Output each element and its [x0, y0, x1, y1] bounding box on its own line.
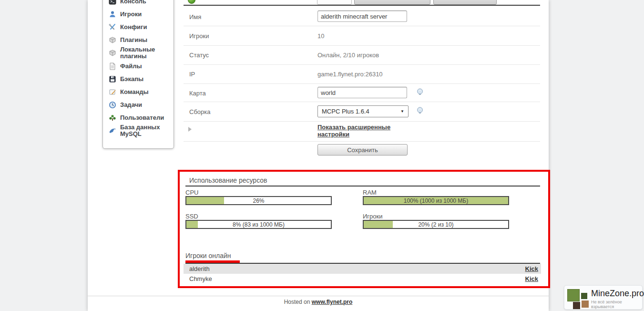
map-input[interactable]: [317, 87, 407, 98]
resources-title: Использование ресурсов: [189, 176, 267, 184]
server-action-button-3[interactable]: [433, 0, 497, 5]
footer: Hosted on www.flynet.pro: [88, 299, 549, 305]
help-bulb-icon[interactable]: [416, 106, 424, 115]
sidebar-item-label: База данных MySQL: [120, 124, 171, 137]
server-action-button-2[interactable]: [354, 0, 430, 5]
save-button[interactable]: Сохранить: [317, 144, 408, 156]
sidebar-item-configs[interactable]: Конфиги: [109, 21, 171, 33]
server-name-input[interactable]: [317, 10, 407, 22]
sidebar-item-label: Плагины: [120, 37, 147, 43]
sidebar-item-console[interactable]: Консоль: [109, 0, 171, 8]
expand-arrow-icon[interactable]: [188, 127, 192, 132]
sidebar-item-label: Команды: [120, 89, 149, 95]
server-ip-value: game1.flynet.pro:26310: [317, 71, 383, 78]
ram-bar-text: 100% (1000 из 1000 МБ): [364, 197, 508, 204]
footer-divider: [88, 296, 549, 296]
field-label-map: Карта: [189, 90, 206, 97]
players-online-title: Игроки онлайн: [185, 252, 231, 259]
sidebar-menu: Консоль Игроки Конфиги Плагины Локальные…: [102, 0, 174, 149]
players-bar-text: 20% (2 из 10): [364, 221, 508, 228]
ssd-bar-text: 8% (83 из 1000 МБ): [186, 221, 331, 228]
player-name: Chmyke: [189, 275, 212, 282]
sidebar-item-mysql[interactable]: База данных MySQL: [109, 124, 171, 137]
minezone-watermark: MineZone.pro Не всё зелёное взрывается: [564, 285, 643, 310]
sidebar-item-label: Игроки: [120, 11, 142, 18]
sidebar-item-label: Конфиги: [120, 24, 147, 31]
logo-green-square: [567, 289, 580, 301]
field-label-status: Статус: [189, 52, 209, 59]
sidebar-item-users[interactable]: Пользователи: [109, 111, 171, 124]
flynet-link[interactable]: www.flynet.pro: [312, 299, 353, 305]
ram-bar-label: RAM: [363, 189, 377, 196]
tools-icon: [109, 23, 116, 31]
sidebar-item-label: Бэкапы: [120, 76, 143, 83]
plugin-cube-icon: [109, 49, 116, 57]
player-row: Chmyke Kick: [184, 274, 541, 284]
build-select-value: MCPC Plus 1.6.4: [322, 108, 369, 115]
player-row: alderith Kick: [184, 264, 541, 274]
red-underline-annotation: [185, 260, 240, 263]
server-status-value: Онлайн, 2/10 игроков: [317, 52, 379, 59]
sidebar-item-label: Локальные плагины: [120, 46, 171, 60]
sidebar-item-label: Пользователи: [120, 114, 164, 121]
player-name: alderith: [189, 265, 210, 272]
watermark-tagline: Не всё зелёное взрывается: [591, 300, 642, 309]
logo-brown-square: [573, 302, 580, 309]
build-select[interactable]: MCPC Plus 1.6.4 ▼: [317, 105, 409, 117]
player-icon: [109, 10, 116, 18]
advanced-settings-link[interactable]: Показать расширенные настройки: [317, 124, 394, 138]
help-bulb-icon[interactable]: [416, 88, 424, 96]
sidebar-item-backups[interactable]: Бэкапы: [109, 73, 171, 85]
cpu-usage-bar: 26%: [185, 196, 332, 205]
sidebar-item-commands[interactable]: Команды: [109, 85, 171, 98]
field-label-name: Имя: [189, 13, 201, 21]
field-label-build: Сборка: [189, 108, 211, 115]
sidebar-item-local-plugins[interactable]: Локальные плагины: [109, 46, 171, 60]
form-top-divider: [184, 5, 540, 6]
kick-link[interactable]: Kick: [525, 265, 538, 272]
watermark-title: MineZone.pro: [591, 289, 644, 299]
resources-divider: [185, 186, 540, 187]
sidebar-item-plugins[interactable]: Плагины: [109, 33, 171, 46]
sidebar-item-label: Консоль: [120, 0, 146, 5]
file-icon: [109, 62, 116, 70]
players-usage-bar: 20% (2 из 10): [363, 220, 509, 229]
logo-tan-square: [582, 301, 589, 308]
mysql-dolphin-icon: [109, 127, 116, 135]
kick-link[interactable]: Kick: [525, 275, 538, 282]
sidebar-item-players[interactable]: Игроки: [109, 8, 171, 21]
cpu-bar-label: CPU: [185, 189, 198, 196]
sidebar-item-label: Задачи: [120, 102, 142, 108]
ram-usage-bar: 100% (1000 из 1000 МБ): [363, 196, 509, 205]
field-label-players: Игроки: [189, 32, 209, 40]
ssd-usage-bar: 8% (83 из 1000 МБ): [185, 220, 332, 229]
cpu-bar-text: 26%: [186, 197, 331, 204]
field-label-ip: IP: [189, 71, 195, 78]
sidebar-item-tasks[interactable]: Задачи: [109, 98, 171, 111]
edit-page-icon: [109, 88, 116, 96]
users-group-icon: [109, 114, 116, 122]
chevron-down-icon: ▼: [400, 109, 404, 114]
hosted-on-text: Hosted on: [284, 299, 310, 305]
clock-icon: [109, 101, 116, 109]
server-action-button-1[interactable]: [317, 0, 352, 5]
console-icon: [109, 0, 116, 5]
players-bar-label: Игроки: [363, 213, 383, 220]
sidebar-item-files[interactable]: Файлы: [109, 60, 171, 73]
floppy-disk-icon: [109, 75, 116, 83]
plugin-cube-icon: [109, 36, 116, 44]
players-slots-value: 10: [317, 32, 324, 40]
sidebar-item-label: Файлы: [120, 63, 142, 70]
ssd-bar-label: SSD: [185, 213, 198, 220]
logo-dark-green-square: [581, 293, 587, 299]
